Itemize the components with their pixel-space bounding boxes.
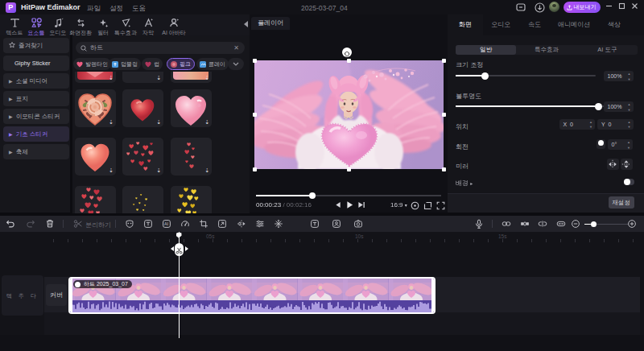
- svg-text:AI: AI: [164, 221, 168, 226]
